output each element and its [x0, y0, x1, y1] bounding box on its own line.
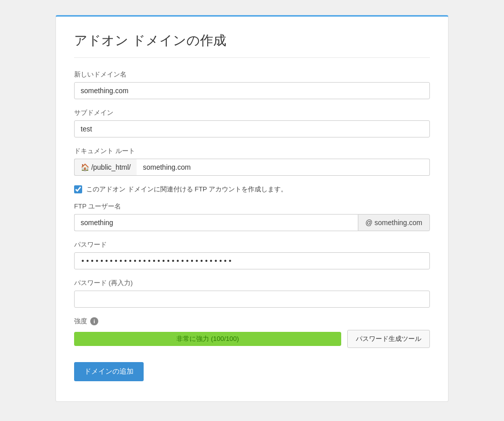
password-group: パスワード — [74, 240, 430, 269]
strength-label-row: 強度 i — [74, 317, 430, 326]
password-confirm-label: パスワード (再入力) — [74, 278, 430, 288]
domain-name-label: 新しいドメイン名 — [74, 70, 430, 79]
ftp-checkbox[interactable] — [74, 185, 82, 193]
password-label: パスワード — [74, 240, 430, 249]
password-confirm-input[interactable] — [74, 291, 430, 308]
strength-bar-row: 非常に強力 (100/100) パスワード生成ツール — [74, 330, 430, 348]
strength-bar-text: 非常に強力 (100/100) — [176, 334, 239, 343]
submit-button[interactable]: ドメインの追加 — [74, 362, 144, 381]
domain-name-group: 新しいドメイン名 — [74, 70, 430, 99]
password-input[interactable] — [74, 252, 430, 269]
document-root-prefix: 🏠 /public_html/ — [74, 159, 137, 176]
ftp-username-input[interactable] — [74, 214, 358, 231]
ftp-at-domain: @ something.com — [358, 214, 430, 231]
ftp-checkbox-group[interactable]: このアドオン ドメインに関連付ける FTP アカウントを作成します。 — [74, 185, 430, 194]
document-root-group: ドキュメント ルート 🏠 /public_html/ — [74, 147, 430, 176]
document-root-input-group: 🏠 /public_html/ — [74, 159, 430, 176]
password-gen-button[interactable]: パスワード生成ツール — [347, 330, 430, 348]
ftp-username-row: @ something.com — [74, 214, 430, 231]
password-confirm-group: パスワード (再入力) — [74, 278, 430, 308]
ftp-checkbox-label: このアドオン ドメインに関連付ける FTP アカウントを作成します。 — [86, 185, 287, 194]
subdomain-group: サブドメイン — [74, 108, 430, 137]
main-card: アドオン ドメインの作成 新しいドメイン名 サブドメイン ドキュメント ルート … — [55, 15, 449, 402]
strength-bar-container: 非常に強力 (100/100) — [74, 332, 341, 346]
strength-label: 強度 — [74, 317, 87, 326]
subdomain-input[interactable] — [74, 120, 430, 137]
page-title: アドオン ドメインの作成 — [74, 32, 430, 58]
info-icon[interactable]: i — [90, 317, 98, 325]
ftp-username-group: FTP ユーザー名 @ something.com — [74, 202, 430, 231]
subdomain-label: サブドメイン — [74, 108, 430, 117]
strength-section: 強度 i 非常に強力 (100/100) パスワード生成ツール — [74, 317, 430, 348]
ftp-username-label: FTP ユーザー名 — [74, 202, 430, 211]
document-root-label: ドキュメント ルート — [74, 147, 430, 156]
document-root-input[interactable] — [137, 159, 430, 176]
domain-name-input[interactable] — [74, 82, 430, 99]
